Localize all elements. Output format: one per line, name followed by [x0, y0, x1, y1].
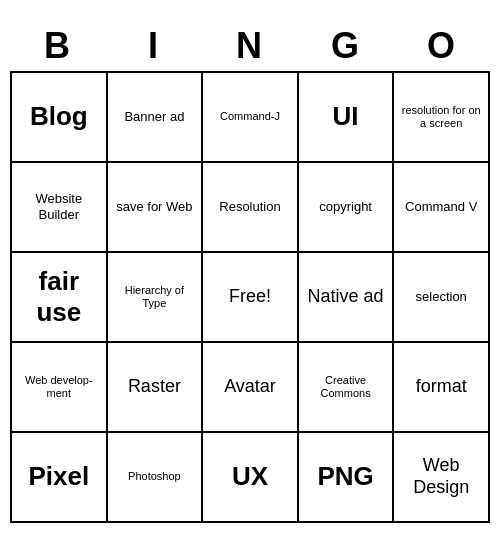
header-n: N	[202, 21, 298, 71]
bingo-cell-1[interactable]: Banner ad	[108, 73, 204, 163]
bingo-cell-19[interactable]: format	[394, 343, 490, 433]
bingo-cell-24[interactable]: Web Design	[394, 433, 490, 523]
bingo-cell-16[interactable]: Raster	[108, 343, 204, 433]
bingo-cell-4[interactable]: resolution for on a screen	[394, 73, 490, 163]
header-i: I	[106, 21, 202, 71]
header-o: O	[394, 21, 490, 71]
bingo-cell-12[interactable]: Free!	[203, 253, 299, 343]
bingo-cell-9[interactable]: Command V	[394, 163, 490, 253]
bingo-cell-21[interactable]: Photoshop	[108, 433, 204, 523]
header-b: B	[10, 21, 106, 71]
bingo-cell-0[interactable]: Blog	[12, 73, 108, 163]
bingo-cell-2[interactable]: Command-J	[203, 73, 299, 163]
bingo-cell-17[interactable]: Avatar	[203, 343, 299, 433]
bingo-cell-8[interactable]: copyright	[299, 163, 395, 253]
header-g: G	[298, 21, 394, 71]
bingo-card: B I N G O BlogBanner adCommand-JUIresolu…	[10, 21, 490, 523]
bingo-cell-14[interactable]: selection	[394, 253, 490, 343]
bingo-cell-22[interactable]: UX	[203, 433, 299, 523]
bingo-cell-6[interactable]: save for Web	[108, 163, 204, 253]
bingo-cell-11[interactable]: Hierarchy of Type	[108, 253, 204, 343]
bingo-cell-3[interactable]: UI	[299, 73, 395, 163]
bingo-cell-15[interactable]: Web develop-ment	[12, 343, 108, 433]
bingo-cell-5[interactable]: Website Builder	[12, 163, 108, 253]
bingo-header: B I N G O	[10, 21, 490, 71]
bingo-cell-10[interactable]: fair use	[12, 253, 108, 343]
bingo-cell-7[interactable]: Resolution	[203, 163, 299, 253]
bingo-cell-23[interactable]: PNG	[299, 433, 395, 523]
bingo-cell-18[interactable]: Creative Commons	[299, 343, 395, 433]
bingo-grid: BlogBanner adCommand-JUIresolution for o…	[10, 71, 490, 523]
bingo-cell-20[interactable]: Pixel	[12, 433, 108, 523]
bingo-cell-13[interactable]: Native ad	[299, 253, 395, 343]
